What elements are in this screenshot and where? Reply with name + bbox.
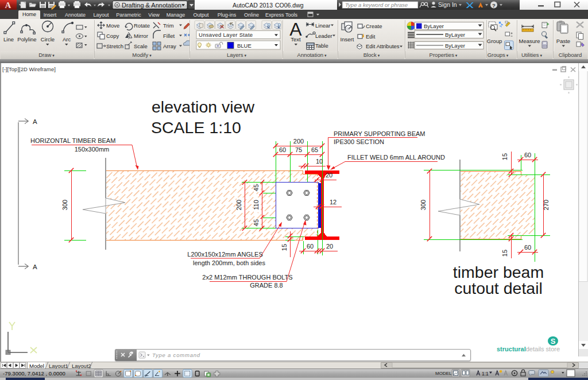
svg-text:270: 270 bbox=[543, 200, 550, 210]
svg-text:Edit: Edit bbox=[366, 33, 376, 40]
svg-text:cutout detail: cutout detail bbox=[454, 279, 543, 297]
svg-text:SCALE 1:10: SCALE 1:10 bbox=[151, 118, 241, 137]
svg-text:110: 110 bbox=[253, 200, 260, 210]
svg-text:65: 65 bbox=[311, 146, 318, 153]
svg-text:ByLayer: ByLayer bbox=[445, 32, 465, 38]
svg-text:FILLET WELD 6mm ALL AROUND: FILLET WELD 6mm ALL AROUND bbox=[347, 154, 445, 161]
svg-text:300: 300 bbox=[420, 200, 427, 210]
svg-text:elevation view: elevation view bbox=[152, 98, 254, 116]
svg-text:Text: Text bbox=[291, 36, 301, 42]
svg-text:A: A bbox=[5, 1, 11, 10]
svg-text:15: 15 bbox=[501, 250, 508, 257]
svg-text:20: 20 bbox=[326, 172, 332, 179]
svg-text:Insert: Insert bbox=[341, 36, 354, 42]
svg-text:ByLayer: ByLayer bbox=[424, 23, 444, 29]
svg-text:Mirror: Mirror bbox=[134, 33, 148, 39]
svg-text:60: 60 bbox=[279, 146, 286, 153]
svg-text:45: 45 bbox=[253, 219, 260, 226]
svg-text:Type a command: Type a command bbox=[152, 352, 200, 358]
svg-text:15: 15 bbox=[281, 244, 288, 251]
svg-text:Trim: Trim bbox=[163, 22, 174, 29]
svg-text:15: 15 bbox=[501, 153, 508, 160]
svg-text:60: 60 bbox=[524, 152, 531, 158]
svg-text:Scale: Scale bbox=[134, 43, 148, 49]
svg-text:Leader: Leader bbox=[315, 33, 332, 39]
svg-text:Table: Table bbox=[315, 42, 328, 49]
svg-text:1:1: 1:1 bbox=[482, 371, 489, 377]
svg-text:Create: Create bbox=[366, 23, 382, 29]
svg-text:PRIMARY SUPPORTING BEAM: PRIMARY SUPPORTING BEAM bbox=[334, 130, 425, 137]
svg-text:ByLayer: ByLayer bbox=[445, 42, 465, 49]
svg-text:Group: Group bbox=[487, 38, 502, 44]
svg-text:60: 60 bbox=[524, 244, 531, 251]
svg-text:200: 200 bbox=[293, 138, 304, 145]
svg-text:Measure: Measure bbox=[519, 38, 540, 44]
svg-text:Line: Line bbox=[3, 36, 14, 42]
svg-text:12: 12 bbox=[330, 199, 336, 205]
svg-text:2x2 M12mm THROUGH BOLTS: 2x2 M12mm THROUGH BOLTS bbox=[202, 274, 292, 281]
svg-text:S: S bbox=[551, 337, 556, 346]
svg-text:Arc: Arc bbox=[63, 36, 71, 42]
svg-text:A: A bbox=[33, 263, 37, 270]
svg-text:Move: Move bbox=[106, 22, 119, 29]
svg-text:60: 60 bbox=[307, 243, 314, 250]
svg-text:200: 200 bbox=[235, 200, 242, 210]
svg-text:Circle: Circle bbox=[41, 36, 55, 42]
svg-text:Copy: Copy bbox=[106, 33, 119, 39]
svg-text:Stretch: Stretch bbox=[106, 43, 123, 49]
svg-text:Drafting & Annotation: Drafting & Annotation bbox=[122, 2, 181, 9]
svg-text:structuraldetails store: structuraldetails store bbox=[497, 346, 560, 352]
svg-text:Array: Array bbox=[163, 43, 176, 49]
svg-text:Unsaved Layer State: Unsaved Layer State bbox=[199, 32, 253, 38]
svg-text:300: 300 bbox=[61, 200, 68, 210]
svg-text:?: ? bbox=[492, 2, 496, 9]
svg-text:HORIZONTAL TIMBER BEAM: HORIZONTAL TIMBER BEAM bbox=[30, 137, 115, 144]
svg-text:Linear: Linear bbox=[315, 22, 330, 29]
svg-text:Paste: Paste bbox=[556, 38, 570, 44]
svg-text:Edit Attributes: Edit Attributes bbox=[366, 43, 400, 49]
svg-text:GRADE 8.8: GRADE 8.8 bbox=[250, 282, 283, 289]
svg-text:Polyline: Polyline bbox=[17, 36, 36, 42]
svg-text:length 200mm, both sides: length 200mm, both sides bbox=[193, 259, 265, 266]
svg-text:45: 45 bbox=[253, 184, 260, 191]
svg-text:Rotate: Rotate bbox=[134, 22, 150, 29]
svg-text:A: A bbox=[33, 118, 37, 125]
svg-text:L200x150x12mm ANGLES: L200x150x12mm ANGLES bbox=[187, 251, 262, 258]
svg-text:BLUE: BLUE bbox=[237, 42, 252, 49]
svg-text:75: 75 bbox=[295, 146, 302, 153]
svg-text:150x300mm: 150x300mm bbox=[75, 146, 110, 153]
svg-text:IPE300 SECTION: IPE300 SECTION bbox=[334, 138, 384, 145]
svg-text:Sign In: Sign In bbox=[438, 1, 457, 8]
svg-text:20: 20 bbox=[326, 243, 333, 250]
svg-text:Type a keyword or phrase: Type a keyword or phrase bbox=[345, 2, 408, 8]
svg-text:10: 10 bbox=[316, 158, 323, 165]
svg-text:Fillet: Fillet bbox=[163, 33, 175, 39]
